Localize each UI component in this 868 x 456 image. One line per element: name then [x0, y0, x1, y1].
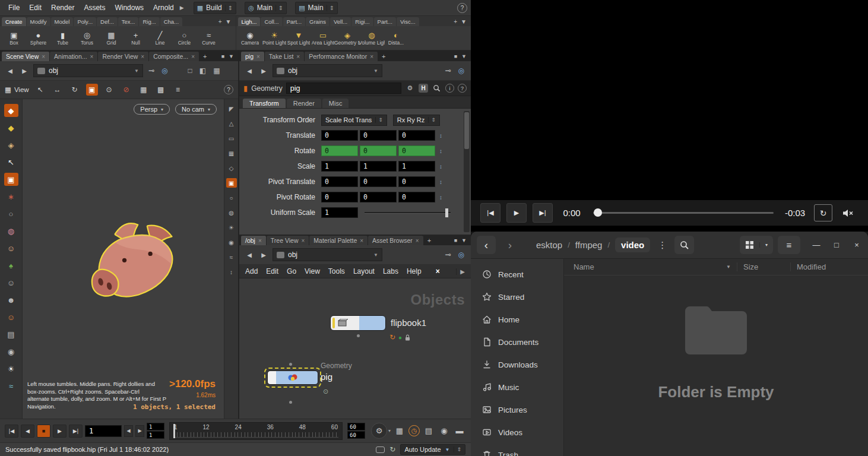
close-icon[interactable]: × — [42, 53, 45, 60]
stow-corner-icon[interactable]: ◤ — [226, 104, 237, 113]
crumb-desktop[interactable]: esktop — [536, 240, 562, 250]
shelf-tab-poly[interactable]: Poly... — [74, 17, 96, 26]
menu-edit[interactable]: Edit — [266, 267, 278, 276]
tab-take-list[interactable]: Take List× — [265, 52, 304, 61]
rotate-x-field[interactable]: 0 — [321, 145, 358, 156]
sun-tool-icon[interactable]: ☀ — [4, 362, 18, 375]
edit-cube-icon[interactable]: ◧ — [198, 66, 208, 75]
ladder-icon[interactable]: ↕ — [439, 163, 442, 170]
column-name[interactable]: Name ▼ — [564, 262, 737, 271]
pivot-rotate-y-field[interactable]: 0 — [360, 192, 397, 202]
range-end-field-2[interactable]: 60 — [347, 431, 365, 439]
follow-icon[interactable]: ◎ — [457, 66, 466, 75]
pivot-translate-y-field[interactable]: 0 — [360, 176, 397, 187]
forward-button[interactable]: ▶ — [258, 65, 269, 76]
tab-material-palette[interactable]: Material Palette× — [309, 236, 368, 245]
shelf-tab-texture[interactable]: Tex... — [118, 17, 139, 26]
shelf-add-icon[interactable]: + — [454, 18, 457, 25]
sidebar-item-recent[interactable]: Recent — [474, 263, 560, 286]
scale-z-field[interactable]: 1 — [398, 161, 435, 172]
shelf-menu-icon[interactable]: ▼ — [226, 18, 232, 25]
close-icon[interactable]: × — [360, 238, 363, 244]
seek-slider[interactable] — [593, 212, 774, 214]
menu-assets[interactable]: Assets — [79, 1, 110, 14]
step-forward-button[interactable]: ▶ — [135, 425, 144, 437]
previous-button[interactable]: |◀ — [480, 203, 500, 223]
menu-help[interactable]: Help — [407, 267, 422, 276]
realtime-toggle-icon[interactable]: ◷ — [408, 425, 420, 436]
spinner-icon[interactable]: ⇕ — [375, 117, 383, 123]
zoom-select-icon[interactable]: ⊙ — [103, 84, 115, 96]
next-button[interactable]: ▶| — [533, 203, 553, 223]
message-log-icon[interactable] — [376, 446, 385, 453]
close-icon[interactable]: × — [256, 53, 260, 60]
column-modified[interactable]: Modified — [791, 262, 868, 271]
stop-button[interactable]: ■ — [37, 425, 50, 438]
tab-render[interactable]: Render — [287, 99, 321, 108]
menu-layout[interactable]: Layout — [353, 267, 375, 276]
ladder-icon[interactable]: ↕ — [439, 132, 442, 139]
tab-misc[interactable]: Misc — [322, 99, 349, 108]
lock-icon[interactable] — [405, 334, 410, 341]
clapper-icon[interactable]: ▬ — [453, 425, 466, 438]
forward-button[interactable]: ▶ — [258, 249, 269, 260]
rotate-y-field[interactable]: 0 — [360, 145, 397, 156]
path-caret-icon[interactable]: ▼ — [373, 252, 378, 258]
node-output-connector[interactable] — [289, 401, 292, 404]
pivot-rotate-x-field[interactable]: 0 — [321, 192, 358, 202]
forward-button[interactable]: ▶ — [19, 65, 30, 76]
pig-model[interactable] — [87, 218, 186, 313]
pane-menu-icon[interactable]: ▼ — [229, 53, 234, 59]
sidebar-item-trash[interactable]: Trash — [474, 444, 560, 456]
tab-performance-monitor[interactable]: Performance Monitor× — [305, 52, 378, 61]
shelf-tab-rig[interactable]: Rig... — [139, 17, 159, 26]
menu-overflow-icon[interactable]: ▶ — [179, 5, 185, 11]
tab-transform[interactable]: Transform — [243, 99, 286, 108]
tool-box[interactable]: ▣Box — [2, 27, 26, 49]
lens-icon[interactable]: ◉ — [226, 238, 237, 247]
menu-tools[interactable]: Tools — [328, 267, 345, 276]
path-caret-icon[interactable]: ▼ — [373, 68, 378, 74]
selection-badge-icon[interactable]: ▣ — [86, 84, 98, 96]
tool-camera[interactable]: ◉Camera — [238, 27, 262, 49]
shelf-add-icon[interactable]: + — [218, 18, 222, 25]
ladder-icon[interactable]: ↕ — [439, 148, 442, 154]
pig-display-flag-icon[interactable]: ⊙ — [323, 388, 328, 395]
translate-handle-icon[interactable]: ↔ — [52, 84, 64, 96]
shelf-tab-rigid[interactable]: Rigi... — [351, 17, 373, 26]
tree-tool-icon[interactable]: ♠ — [4, 259, 18, 272]
node-output-connector[interactable] — [357, 334, 360, 337]
tool-grid[interactable]: ▦Grid — [99, 27, 123, 49]
tab-pig[interactable]: pig× — [241, 52, 264, 61]
menu-labs[interactable]: Labs — [383, 267, 398, 276]
translate-z-field[interactable]: 0 — [398, 130, 435, 141]
view-options-caret[interactable]: ▾ — [759, 242, 773, 248]
sidebar-item-downloads[interactable]: Downloads — [474, 353, 560, 376]
step-back-button[interactable]: ◀ — [124, 425, 133, 437]
ladder-icon[interactable]: ↕ — [439, 179, 442, 185]
play-button[interactable]: ▶ — [53, 425, 66, 438]
maximize-button[interactable]: □ — [831, 240, 842, 249]
timeline-ruler[interactable]: 1 12 24 36 48 60 — [169, 422, 343, 440]
search-button[interactable] — [674, 236, 694, 254]
tool-geometry-light[interactable]: ◈Geometry Light — [335, 27, 360, 49]
wire-icon[interactable]: ○ — [226, 193, 237, 202]
help-button[interactable]: ? — [457, 3, 467, 13]
model-diamond-icon[interactable]: ◆ — [4, 121, 18, 134]
play-button[interactable]: ▶ — [506, 203, 527, 223]
node-input-connector[interactable] — [289, 363, 292, 366]
camera-view-icon[interactable]: ◉ — [4, 345, 18, 358]
crumb-ffmpeg[interactable]: ffmpeg — [575, 240, 603, 250]
close-icon[interactable]: × — [90, 53, 94, 60]
layout-badge-icon[interactable]: ◆ — [4, 104, 18, 117]
node-flipbook1[interactable] — [330, 315, 386, 331]
close-menu-icon[interactable]: × — [436, 267, 440, 276]
go-to-start-button[interactable]: |◀ — [5, 425, 18, 438]
node-help-icon[interactable]: ? — [458, 84, 467, 93]
render-disable-icon[interactable]: ⊘ — [121, 84, 132, 96]
maximize-pane-icon[interactable]: ■ — [454, 238, 457, 243]
rotate-order-select[interactable]: Rx Ry Rz⇕ — [393, 115, 440, 126]
select-cursor-icon[interactable]: ↖ — [4, 156, 18, 169]
shelf-tab-create[interactable]: Create — [2, 17, 26, 26]
tool-tube[interactable]: ▮Tube — [50, 27, 75, 49]
